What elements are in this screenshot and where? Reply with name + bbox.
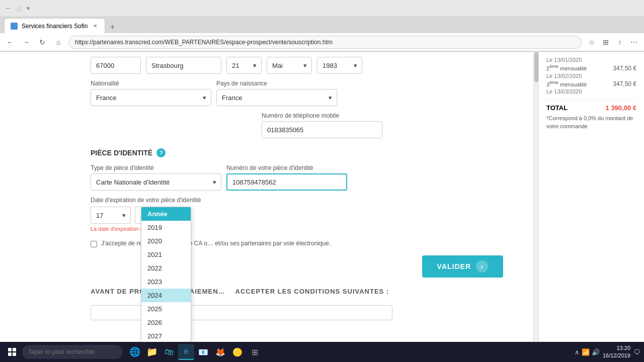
- taskbar-edge-icon[interactable]: 🌐: [127, 344, 143, 360]
- forward-button[interactable]: →: [20, 36, 32, 48]
- birth-country-select-wrapper: France ▾: [216, 89, 337, 106]
- year-dropdown-item[interactable]: 2027: [141, 329, 191, 343]
- month-value: Mai: [272, 62, 283, 69]
- city-group: [146, 57, 221, 74]
- tray-time-display: 13:20: [603, 344, 630, 352]
- year-chevron-icon: ▾: [354, 62, 357, 69]
- year-dropdown-item[interactable]: 2023: [141, 275, 191, 289]
- birth-country-select[interactable]: France ▾: [216, 89, 337, 106]
- taskbar-search-input[interactable]: [22, 345, 123, 359]
- taskbar-chrome-icon[interactable]: 🟡: [229, 344, 246, 360]
- refresh-button[interactable]: ↻: [36, 36, 48, 48]
- home-button[interactable]: ⌂: [52, 36, 64, 48]
- nationality-select-wrapper: France ▾: [91, 89, 211, 106]
- start-button[interactable]: [4, 344, 20, 360]
- taskbar-store-icon[interactable]: 🛍: [161, 344, 177, 360]
- year-dropdown-item[interactable]: 2020: [141, 234, 191, 248]
- total-label: TOTAL: [546, 104, 568, 112]
- birth-country-group: Pays de naissance France ▾: [216, 80, 337, 106]
- total-row: TOTAL 1 390,00 €: [546, 100, 636, 112]
- expiry-date-row: 17 ▾ Août ▾ Année 201920202021: [91, 207, 523, 224]
- taskbar-folder-icon[interactable]: 📁: [144, 344, 160, 360]
- year-dropdown-item[interactable]: 2019: [141, 221, 191, 234]
- maximize-button[interactable]: ⬜: [14, 4, 22, 12]
- identity-section-title: PIÈCE D'IDENTITÉ ?: [91, 148, 523, 157]
- id-type-select[interactable]: Carte Nationale d'Identité ▾: [91, 173, 221, 191]
- year-dropdown-item[interactable]: 2026: [141, 316, 191, 329]
- minimize-button[interactable]: ─: [4, 4, 12, 12]
- year-dropdown-item[interactable]: 2024: [141, 289, 191, 302]
- offers-checkbox[interactable]: [91, 241, 97, 247]
- windows-logo-icon: [8, 348, 16, 356]
- year-dropdown: Année 2019202020212022202320242025202620…: [141, 207, 191, 357]
- mensualite3-label: 3ème mensualité: [546, 80, 587, 87]
- expiry-day-wrapper: 17 ▾: [91, 207, 131, 224]
- nationality-select[interactable]: France ▾: [91, 89, 211, 106]
- day-select[interactable]: 21 ▾: [226, 57, 262, 74]
- id-type-select-wrapper: Carte Nationale d'Identité ▾: [91, 173, 221, 191]
- year-dropdown-header: Année: [141, 207, 191, 221]
- nationality-label: Nationalité: [91, 80, 211, 87]
- id-type-chevron-icon: ▾: [213, 179, 216, 186]
- year-value: 1983: [323, 62, 337, 69]
- offers-checkbox-row: J'accepte de recevoir les offres de CA o…: [91, 240, 342, 247]
- browser-chrome: ─ ⬜ ✕ Services financiers Sofin ✕ + ← → …: [0, 0, 644, 52]
- phone-input[interactable]: [262, 121, 382, 138]
- scrollbar-thumb[interactable]: [534, 52, 538, 82]
- taskbar-extra-icon[interactable]: ⊞: [247, 344, 263, 360]
- id-number-input[interactable]: [226, 173, 347, 191]
- mensualite3-row: 3ème mensualité 347,50 €: [546, 80, 636, 88]
- id-type-value: Carte Nationale d'Identité: [96, 178, 170, 186]
- scrollbar-track[interactable]: [533, 51, 538, 342]
- taskbar-firefox-icon[interactable]: 🦊: [212, 344, 228, 360]
- day-chevron-icon: ▾: [253, 62, 256, 69]
- year-dropdown-item[interactable]: 2025: [141, 302, 191, 316]
- back-button[interactable]: ←: [4, 36, 16, 48]
- validate-button[interactable]: VALIDER ›: [422, 255, 503, 278]
- taskbar: 🌐 📁 🛍 e 📧 🦊 🟡 ⊞ ∧ 📶 🔊 13:20 16/12/2019 🗨: [0, 342, 644, 362]
- year-dropdown-item[interactable]: 2022: [141, 261, 191, 275]
- mensualite2-label: 2ème mensualité: [546, 64, 587, 71]
- tray-icons: ∧ 📶 🔊: [575, 348, 600, 356]
- help-icon[interactable]: ?: [156, 148, 166, 157]
- taskbar-mail-icon[interactable]: 📧: [195, 344, 211, 360]
- phone-label: Numéro de téléphone mobile: [262, 112, 523, 119]
- expiry-day-chevron-icon: ▾: [122, 212, 125, 219]
- close-button[interactable]: ✕: [24, 4, 32, 12]
- tray-volume-icon[interactable]: 🔊: [592, 348, 600, 356]
- year-select[interactable]: 1983 ▾: [317, 57, 362, 74]
- city-input[interactable]: [146, 57, 221, 74]
- system-tray: ∧ 📶 🔊 13:20 16/12/2019 🗨: [575, 344, 640, 360]
- active-tab[interactable]: Services financiers Sofin ✕: [4, 18, 105, 33]
- offers-checkbox-label: J'accepte de recevoir les offres de CA o…: [101, 240, 331, 247]
- new-tab-button[interactable]: +: [106, 21, 118, 33]
- postal-code-group: [91, 57, 141, 74]
- tab-close-button[interactable]: ✕: [92, 23, 99, 30]
- tray-date-display: 16/12/2019: [603, 352, 630, 359]
- tray-network-icon[interactable]: 📶: [582, 348, 590, 356]
- share-icon[interactable]: ↑: [614, 36, 626, 48]
- tray-notification-icon[interactable]: 🗨: [633, 348, 640, 356]
- taskbar-browser-icon[interactable]: e: [178, 344, 194, 360]
- postal-code-input[interactable]: [91, 57, 141, 74]
- sidebar-date3: Le 13/03/2020: [546, 88, 636, 95]
- title-bar: ─ ⬜ ✕: [0, 0, 644, 16]
- url-input[interactable]: https://partenaires.transcred.com/WEB_PA…: [68, 36, 582, 49]
- id-type-label: Type de pièce d'identité: [91, 164, 221, 171]
- nationality-chevron-icon: ▾: [203, 95, 206, 101]
- bookmark-icon[interactable]: ☆: [586, 36, 598, 48]
- month-select[interactable]: Mai ▾: [267, 57, 312, 74]
- mensualite3-amount: 347,50 €: [613, 80, 636, 87]
- expiry-day-select[interactable]: 17 ▾: [91, 207, 131, 224]
- taskbar-pinned-icons: 🌐 📁 🛍 e 📧 🦊 🟡 ⊞: [127, 344, 263, 360]
- identity-section: PIÈCE D'IDENTITÉ ? Type de pièce d'ident…: [91, 148, 523, 232]
- conditions-scroll-area[interactable]: [91, 305, 392, 320]
- id-number-group: Numéro de votre pièce d'identité: [226, 164, 347, 191]
- extensions-icon[interactable]: ⊞: [600, 36, 612, 48]
- expiration-section: Date d'expiration de votre pièce d'ident…: [91, 197, 523, 232]
- tray-up-arrow-icon[interactable]: ∧: [575, 348, 580, 356]
- validate-arrow-icon: ›: [476, 260, 488, 273]
- year-dropdown-item[interactable]: 2021: [141, 248, 191, 261]
- menu-icon[interactable]: ⋯: [628, 36, 640, 48]
- window-controls: ─ ⬜ ✕: [4, 4, 32, 12]
